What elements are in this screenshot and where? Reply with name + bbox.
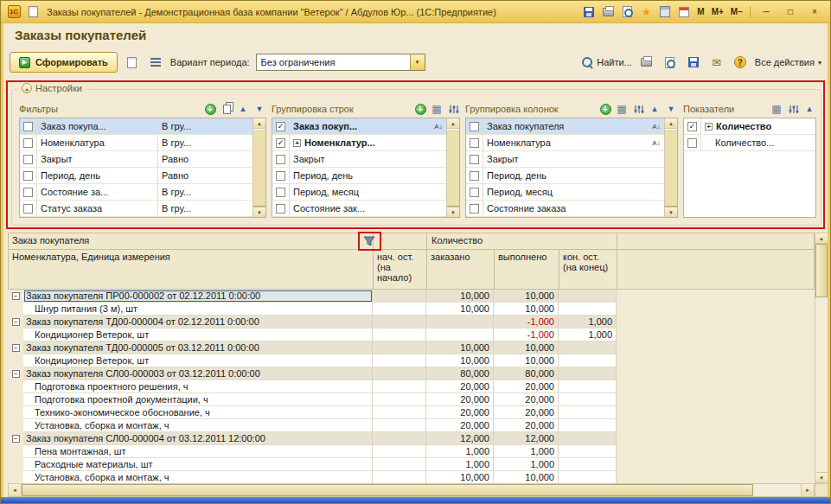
save-icon[interactable] xyxy=(581,4,597,20)
column-grouping-scrollbar[interactable]: ▲ ▼ xyxy=(664,118,677,217)
move-down-icon[interactable]: ▼ xyxy=(252,102,266,116)
period-variant-combobox[interactable]: Без ограничения ▾ xyxy=(256,54,425,71)
generate-button[interactable]: ▶ Сформировать xyxy=(10,52,118,73)
calendar-icon[interactable] xyxy=(676,4,692,20)
all-actions-button[interactable]: Все действия ▾ xyxy=(755,57,821,67)
move-up-icon[interactable]: ▲ xyxy=(236,102,250,116)
scroll-down-icon[interactable]: ▼ xyxy=(253,207,265,217)
sliders-icon[interactable] xyxy=(631,102,645,116)
settings-row[interactable]: НоменклатураВ гру... xyxy=(20,135,252,151)
settings-row[interactable]: Состояние заказа xyxy=(466,201,664,217)
row-checkbox[interactable] xyxy=(684,135,701,150)
settings-row[interactable]: Количество... xyxy=(684,135,815,151)
tree-collapse-icon[interactable]: − xyxy=(8,367,23,380)
scroll-track[interactable] xyxy=(815,297,828,472)
report-row[interactable]: −Заказ покупателя ПР00-000002 от 02.12.2… xyxy=(8,290,815,303)
report-row[interactable]: Технико-экономическое обоснование, ч20,0… xyxy=(8,406,815,419)
settings-collapse-icon[interactable]: ▴ xyxy=(22,83,32,93)
report-row[interactable]: −Заказ покупателя ТД00-000005 от 03.12.2… xyxy=(8,341,815,354)
scroll-thumb[interactable] xyxy=(447,129,459,207)
horizontal-scrollbar[interactable]: ◄ ► xyxy=(8,483,815,497)
scroll-right-icon[interactable]: ► xyxy=(801,484,814,496)
scroll-thumb[interactable] xyxy=(22,484,753,496)
calculator-icon[interactable] xyxy=(657,4,673,20)
filters-scrollbar[interactable]: ▲ ▼ xyxy=(252,118,265,217)
help-icon[interactable]: ? xyxy=(732,54,749,71)
filter-funnel-icon[interactable] xyxy=(363,235,375,249)
report-row[interactable]: −Заказ покупателя ТД00-000004 от 02.12.2… xyxy=(8,316,815,329)
move-down-icon[interactable]: ▼ xyxy=(664,102,678,116)
row-checkbox[interactable] xyxy=(20,184,37,200)
find-button[interactable]: Найти... xyxy=(582,57,632,68)
row-checkbox[interactable] xyxy=(272,168,290,183)
scroll-down-icon[interactable]: ▼ xyxy=(665,207,677,217)
row-checkbox[interactable] xyxy=(684,118,701,134)
maximize-button[interactable]: □ xyxy=(780,4,801,19)
expand-icon[interactable]: + xyxy=(293,139,301,147)
email-icon[interactable]: ✉ xyxy=(708,54,726,71)
tree-collapse-icon[interactable]: − xyxy=(8,290,23,303)
sliders-icon[interactable] xyxy=(446,102,460,116)
scroll-up-icon[interactable]: ▲ xyxy=(447,118,459,129)
row-checkbox[interactable] xyxy=(466,151,483,167)
report-row[interactable]: −Заказ покупателя СЛ00-000003 от 03.12.2… xyxy=(8,367,815,380)
vertical-scrollbar[interactable]: ▲ ▼ xyxy=(815,233,828,483)
table-icon[interactable]: ▦ xyxy=(615,102,629,116)
memory-minus-button[interactable]: M− xyxy=(729,7,745,16)
settings-row[interactable]: Заказ покуп...А↓ xyxy=(272,118,446,135)
settings-row[interactable]: НоменклатураА↓ xyxy=(466,135,664,151)
opening-balance-header[interactable]: нач. ост. (на начало) xyxy=(374,250,427,289)
row-checkbox[interactable] xyxy=(20,168,37,183)
save-icon[interactable] xyxy=(685,54,702,71)
scroll-up-icon[interactable]: ▲ xyxy=(253,118,265,129)
scroll-track[interactable] xyxy=(753,484,801,496)
row-checkbox[interactable] xyxy=(20,201,37,216)
report-row[interactable]: Расходные материалы, шт1,0001,000 xyxy=(8,458,815,471)
order-column-header[interactable]: Заказ покупателя xyxy=(9,233,374,250)
scroll-thumb[interactable] xyxy=(253,129,265,207)
settings-row[interactable]: ЗакрытРавно xyxy=(20,151,252,168)
report-row[interactable]: Шнур питания (3 м), шт10,00010,000 xyxy=(8,303,815,316)
settings-row[interactable]: Состояние за...В гру... xyxy=(20,184,252,201)
row-checkbox[interactable] xyxy=(466,135,483,150)
tree-collapse-icon[interactable]: − xyxy=(8,432,23,445)
add-icon[interactable]: + xyxy=(413,102,427,116)
quantity-group-header[interactable]: Количество xyxy=(427,233,617,250)
nomenclature-column-header[interactable]: Номенклатура, Единица измерения xyxy=(9,250,374,289)
settings-row[interactable]: Период, день xyxy=(466,168,664,184)
report-row[interactable]: −Заказ покупателя СЛ00-000004 от 03.12.2… xyxy=(8,432,815,445)
preview-icon[interactable] xyxy=(619,4,635,20)
print-icon[interactable] xyxy=(600,4,616,20)
scroll-thumb[interactable] xyxy=(815,244,828,297)
expand-icon[interactable]: + xyxy=(705,123,713,131)
closing-balance-header[interactable]: кон. ост. (на конец) xyxy=(559,250,617,289)
document-icon[interactable] xyxy=(25,4,41,20)
fulfilled-header[interactable]: выполнено xyxy=(495,250,559,289)
report-row[interactable]: Пена монтажная, шт1,0001,000 xyxy=(8,445,815,458)
row-checkbox[interactable] xyxy=(466,201,483,216)
settings-row[interactable]: Закрыт xyxy=(466,151,664,168)
settings-row[interactable]: +Номенклатур... xyxy=(272,135,446,151)
scroll-up-icon[interactable]: ▲ xyxy=(815,233,828,244)
row-checkbox[interactable] xyxy=(20,151,37,167)
report-row[interactable]: Установка, сборка и монтаж, ч10,00010,00… xyxy=(8,471,815,483)
scroll-up-icon[interactable]: ▲ xyxy=(665,118,677,129)
print-icon[interactable] xyxy=(638,54,655,71)
settings-row[interactable]: Период, деньРавно xyxy=(20,168,252,184)
close-button[interactable]: × xyxy=(804,4,825,19)
row-grouping-scrollbar[interactable]: ▲ ▼ xyxy=(446,118,459,217)
report-row[interactable]: Кондиционер Ветерок, шт-1,0001,000 xyxy=(8,329,815,341)
row-checkbox[interactable] xyxy=(466,184,483,200)
row-checkbox[interactable] xyxy=(272,184,290,200)
row-checkbox[interactable] xyxy=(272,135,290,150)
minimize-button[interactable]: ─ xyxy=(756,4,777,19)
report-row[interactable]: Подготовка проектной документации, ч20,0… xyxy=(8,393,815,406)
row-checkbox[interactable] xyxy=(466,118,483,134)
row-checkbox[interactable] xyxy=(272,118,290,134)
app-icon[interactable]: 1С xyxy=(6,4,22,20)
row-checkbox[interactable] xyxy=(272,201,290,216)
settings-row[interactable]: Заказ покупателяА↓ xyxy=(466,118,664,135)
variant-select-icon[interactable] xyxy=(124,54,141,71)
settings-row[interactable]: Закрыт xyxy=(272,151,446,168)
copy-icon[interactable] xyxy=(220,102,233,116)
